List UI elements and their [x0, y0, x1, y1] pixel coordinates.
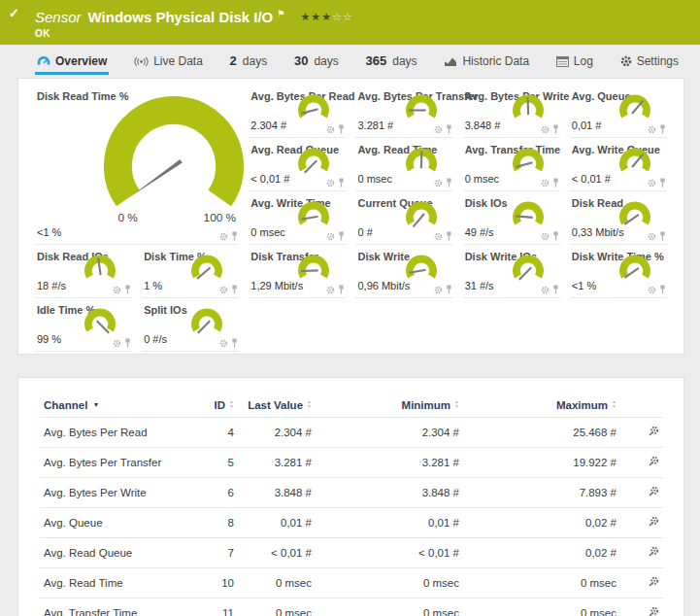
gauge-settings-gear-icon[interactable]: [326, 179, 335, 188]
tab-log[interactable]: Log: [554, 49, 595, 75]
gauge-settings-gear-icon[interactable]: [541, 232, 550, 241]
gauge-avg-write-time[interactable]: Avg. Write Time 0 msec: [249, 191, 346, 245]
priority-stars[interactable]: ★★★☆☆: [300, 11, 352, 22]
star-empty-icon[interactable]: ☆: [343, 11, 353, 22]
gauge-settings-gear-icon[interactable]: [648, 125, 656, 134]
star-filled-icon[interactable]: ★: [311, 11, 321, 22]
tab-historic-data[interactable]: Historic Data: [442, 49, 531, 75]
gauge-disk-read[interactable]: Disk Read 0,33 Mbit/s: [570, 191, 667, 245]
gauge-disk-read-time[interactable]: Disk Read Time % 0 % 100 % <1 %: [35, 85, 239, 245]
gauge-settings-gear-icon[interactable]: [219, 286, 228, 294]
gauge-settings-gear-icon[interactable]: [326, 286, 335, 294]
tab-365-days[interactable]: 365days: [364, 48, 419, 75]
gauge-actions[interactable]: [434, 231, 452, 241]
gauge-pin-icon[interactable]: [446, 285, 452, 294]
gauge-actions[interactable]: [434, 285, 452, 294]
gauge-settings-gear-icon[interactable]: [541, 125, 550, 134]
gauge-actions[interactable]: [219, 285, 238, 294]
gauge-pin-icon[interactable]: [338, 124, 345, 134]
tab-live-data[interactable]: Live Data: [132, 49, 205, 75]
channel-settings-gear-icon[interactable]: [648, 606, 659, 616]
gauge-settings-gear-icon[interactable]: [648, 232, 656, 241]
gauge-actions[interactable]: [113, 338, 131, 348]
channel-settings-gear-icon[interactable]: [648, 516, 659, 530]
tab-overview[interactable]: Overview: [35, 49, 109, 75]
gauge-pin-icon[interactable]: [338, 231, 345, 241]
gauge-settings-gear-icon[interactable]: [648, 286, 656, 294]
gauge-disk-ios[interactable]: Disk IOs 49 #/s: [463, 191, 560, 245]
gauge-pin-icon[interactable]: [124, 285, 131, 294]
gauge-actions[interactable]: [113, 285, 131, 294]
gauge-settings-gear-icon[interactable]: [219, 339, 228, 348]
gauge-pin-icon[interactable]: [338, 285, 345, 294]
star-filled-icon[interactable]: ★: [321, 11, 332, 22]
gauge-actions[interactable]: [434, 124, 452, 134]
gauge-pin-icon[interactable]: [659, 231, 666, 241]
gauge-actions[interactable]: [541, 285, 559, 294]
flag-icon[interactable]: ⚑: [277, 9, 284, 18]
gauge-actions[interactable]: [648, 285, 666, 294]
gauge-actions[interactable]: [326, 285, 345, 294]
tab-settings[interactable]: Settings: [618, 49, 681, 75]
gauge-avg-write-queue[interactable]: Avg. Write Queue < 0,01 #: [570, 138, 667, 191]
gauge-avg-queue[interactable]: Avg. Queue 0,01 #: [570, 85, 667, 138]
gauge-pin-icon[interactable]: [231, 231, 238, 241]
column-header-maximum[interactable]: Maximum▲▼: [463, 392, 620, 418]
channel-settings-gear-icon[interactable]: [648, 456, 659, 469]
gauge-pin-icon[interactable]: [231, 338, 238, 348]
gauge-disk-write[interactable]: Disk Write 0,96 Mbit/s: [355, 245, 452, 298]
gauge-actions[interactable]: [648, 178, 666, 188]
gauge-actions[interactable]: [648, 124, 666, 134]
gauge-idle-time[interactable]: Idle Time % 99 %: [35, 298, 132, 352]
gauge-settings-gear-icon[interactable]: [541, 179, 550, 188]
gauge-actions[interactable]: [541, 231, 559, 241]
star-filled-icon[interactable]: ★: [300, 11, 311, 22]
channel-settings-gear-icon[interactable]: [648, 576, 659, 590]
gauge-pin-icon[interactable]: [659, 178, 666, 188]
gauge-disk-read-ios[interactable]: Disk Read IOs 18 #/s: [35, 245, 132, 298]
column-header-id[interactable]: ID▲▼: [193, 392, 238, 418]
gauge-split-ios[interactable]: Split IOs 0 #/s: [142, 298, 239, 352]
gauge-pin-icon[interactable]: [446, 231, 452, 241]
gauge-disk-write-ios[interactable]: Disk Write IOs 31 #/s: [463, 245, 560, 298]
tab-30-days[interactable]: 30days: [292, 48, 341, 75]
gauge-pin-icon[interactable]: [446, 178, 452, 188]
gauge-avg-transfer-time[interactable]: Avg. Transfer Time 0 msec: [463, 138, 560, 191]
gauge-actions[interactable]: [434, 178, 452, 188]
gauge-settings-gear-icon[interactable]: [434, 286, 443, 294]
gauge-disk-time[interactable]: Disk Time % 1 %: [142, 245, 239, 298]
gauge-settings-gear-icon[interactable]: [113, 339, 121, 348]
tab-2-days[interactable]: 2days: [228, 48, 270, 75]
gauge-avg-bytes-per-transfer[interactable]: Avg. Bytes Per Transfer 3.281 #: [355, 85, 452, 138]
gauge-avg-read-queue[interactable]: Avg. Read Queue < 0,01 #: [249, 138, 346, 191]
gauge-actions[interactable]: [219, 338, 238, 348]
gauge-actions[interactable]: [541, 178, 559, 188]
gauge-settings-gear-icon[interactable]: [326, 125, 335, 134]
channel-settings-gear-icon[interactable]: [648, 426, 659, 439]
gauge-pin-icon[interactable]: [552, 231, 559, 241]
gauge-pin-icon[interactable]: [446, 124, 452, 134]
gauge-pin-icon[interactable]: [124, 338, 131, 348]
column-header-last-value[interactable]: Last Value▲▼: [238, 392, 316, 418]
gauge-current-queue[interactable]: Current Queue 0 #: [355, 191, 452, 245]
gauge-actions[interactable]: [648, 231, 666, 241]
star-empty-icon[interactable]: ☆: [332, 11, 343, 22]
channel-settings-gear-icon[interactable]: [648, 486, 659, 499]
gauge-actions[interactable]: [541, 124, 559, 134]
filter-dropdown-icon[interactable]: ▼: [92, 401, 99, 408]
column-header-channel[interactable]: Channel▼: [40, 392, 193, 418]
gauge-actions[interactable]: [326, 178, 345, 188]
gauge-pin-icon[interactable]: [552, 124, 559, 134]
gauge-pin-icon[interactable]: [338, 178, 345, 188]
gauge-settings-gear-icon[interactable]: [434, 179, 443, 188]
gauge-avg-read-time[interactable]: Avg. Read Time 0 msec: [355, 138, 452, 191]
gauge-settings-gear-icon[interactable]: [326, 232, 335, 241]
gauge-disk-write-time[interactable]: Disk Write Time % <1 %: [570, 245, 667, 298]
gauge-avg-bytes-per-read[interactable]: Avg. Bytes Per Read 2.304 #: [249, 85, 346, 138]
gauge-pin-icon[interactable]: [659, 124, 666, 134]
gauge-settings-gear-icon[interactable]: [219, 232, 228, 241]
gauge-disk-transfer[interactable]: Disk Transfer 1,29 Mbit/s: [249, 245, 346, 298]
column-header-minimum[interactable]: Minimum▲▼: [316, 392, 463, 418]
gauge-avg-bytes-per-write[interactable]: Avg. Bytes Per Write 3.848 #: [463, 85, 560, 138]
gauge-pin-icon[interactable]: [659, 285, 666, 294]
